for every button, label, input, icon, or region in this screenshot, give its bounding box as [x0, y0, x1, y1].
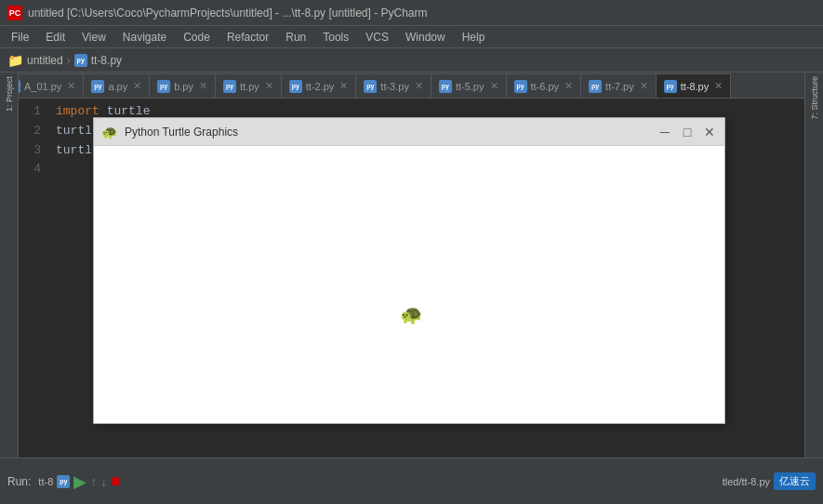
menu-edit[interactable]: Edit [38, 29, 73, 46]
tab-close-tt5[interactable]: ✕ [490, 80, 498, 92]
turtle-title-bar: 🐢 Python Turtle Graphics ─ □ ✕ [94, 118, 724, 146]
run-label: Run: [7, 475, 31, 488]
left-sidebar: 1: Project [0, 73, 19, 458]
tab-icon-tt2: py [289, 80, 302, 93]
title-bar-text: untitled [C:\Users\Coco\PycharmProjects\… [28, 7, 816, 20]
run-py-icon: py [57, 475, 70, 488]
tab-icon-tt6: py [514, 80, 527, 93]
menu-run[interactable]: Run [278, 29, 313, 46]
module-turtle: turtle [107, 104, 151, 118]
turtle-close-button[interactable]: ✕ [702, 125, 717, 139]
tab-icon-tt5: py [439, 80, 452, 93]
turtle-maximize-button[interactable]: □ [680, 125, 695, 139]
tabs-bar: py A_01.py ✕ py a.py ✕ py b.py ✕ py tt.p… [0, 73, 823, 99]
menu-bar: File Edit View Navigate Code Refactor Ru… [0, 26, 823, 48]
breadcrumb-file[interactable]: tt-8.py [91, 54, 122, 67]
bottom-bar: Run: tt-8 py ▶ ↑ ↓ ■ tled/tt-8.py 亿速云 [0, 458, 823, 504]
tab-close-tt3[interactable]: ✕ [415, 80, 423, 92]
breadcrumb-file-icon: py [74, 54, 87, 67]
menu-tools[interactable]: Tools [315, 29, 356, 46]
project-sidebar-label[interactable]: 1: Project [5, 76, 14, 112]
run-play-icon[interactable]: ▶ [73, 471, 86, 492]
tab-label-b: b.py [174, 81, 193, 92]
editor-area: 1 2 3 4 import turtle turtle.shape("turt… [19, 99, 804, 458]
tab-label-tt3: tt-3.py [380, 81, 409, 92]
tab-icon-tt7: py [589, 80, 602, 93]
menu-code[interactable]: Code [176, 29, 218, 46]
tab-icon-b: py [157, 80, 170, 93]
turtle-canvas[interactable]: 🐢 [94, 146, 724, 423]
tab-close-tt6[interactable]: ✕ [564, 80, 573, 92]
menu-refactor[interactable]: Refactor [219, 29, 276, 46]
tab-label-tt7: tt-7.py [605, 81, 634, 92]
line-num-1: 1 [22, 102, 41, 122]
turtle-dialog-icon: 🐢 [101, 125, 117, 139]
tab-icon-tt3: py [364, 80, 377, 93]
menu-file[interactable]: File [4, 29, 36, 46]
menu-view[interactable]: View [74, 29, 113, 46]
tab-icon-a: py [91, 80, 104, 93]
tab-tt2[interactable]: py tt-2.py ✕ [282, 73, 357, 98]
run-stop-icon[interactable]: ■ [111, 471, 121, 491]
tab-label-tt: tt.py [240, 81, 259, 92]
menu-window[interactable]: Window [398, 29, 453, 46]
folder-icon: 📁 [7, 53, 23, 68]
tab-icon-tt: py [223, 80, 236, 93]
tab-tt3[interactable]: py tt-3.py ✕ [356, 73, 431, 98]
yiyun-badge: 亿速云 [774, 472, 816, 490]
structure-sidebar-label[interactable]: 7: Structure [810, 76, 819, 120]
tab-tt7[interactable]: py tt-7.py ✕ [581, 73, 657, 98]
menu-navigate[interactable]: Navigate [115, 29, 174, 46]
tab-tt6[interactable]: py tt-6.py ✕ [507, 73, 582, 98]
tab-label-tt2: tt-2.py [306, 81, 335, 92]
tab-tt8[interactable]: py tt-8.py ✕ [657, 73, 732, 98]
tab-close-A_01[interactable]: ✕ [67, 80, 75, 92]
tab-label-tt6: tt-6.py [531, 81, 560, 92]
tab-close-a[interactable]: ✕ [133, 80, 141, 92]
run-name: tt-8 [38, 476, 53, 487]
tab-close-tt2[interactable]: ✕ [339, 80, 348, 92]
run-down-icon[interactable]: ↓ [100, 474, 107, 489]
tab-tt5[interactable]: py tt-5.py ✕ [431, 73, 507, 98]
menu-vcs[interactable]: VCS [358, 29, 396, 46]
tab-label-A_01: A_01.py [24, 81, 61, 92]
breadcrumb-folder[interactable]: untitled [27, 54, 63, 67]
tab-b[interactable]: py b.py ✕ [150, 73, 216, 98]
right-sidebar: 7: Structure [804, 73, 823, 458]
turtle-minimize-button[interactable]: ─ [657, 125, 672, 139]
line-num-3: 3 [22, 141, 41, 161]
tab-close-tt7[interactable]: ✕ [640, 80, 648, 92]
turtle-dialog-title: Python Turtle Graphics [125, 126, 650, 139]
line-numbers: 1 2 3 4 [19, 99, 48, 458]
line-num-4: 4 [22, 160, 41, 179]
run-up-icon[interactable]: ↑ [90, 474, 97, 489]
tab-tt[interactable]: py tt.py ✕ [216, 73, 282, 98]
tab-label-tt8: tt-8.py [681, 81, 710, 92]
tab-close-tt[interactable]: ✕ [265, 80, 273, 92]
tab-label-a: a.py [108, 81, 127, 92]
line-num-2: 2 [22, 122, 41, 141]
menu-help[interactable]: Help [455, 29, 493, 46]
tab-close-b[interactable]: ✕ [199, 80, 207, 92]
file-path-status: tled/tt-8.py [723, 476, 770, 487]
tab-label-tt5: tt-5.py [456, 81, 485, 92]
breadcrumb-separator: › [67, 54, 71, 67]
app-icon: PC [7, 6, 22, 20]
keyword-import: import [56, 104, 100, 118]
tab-a[interactable]: py a.py ✕ [84, 73, 150, 98]
tab-icon-tt8: py [664, 80, 677, 93]
breadcrumb: 📁 untitled › py tt-8.py [0, 48, 823, 73]
turtle-sprite: 🐢 [400, 303, 423, 325]
turtle-dialog: 🐢 Python Turtle Graphics ─ □ ✕ 🐢 [93, 117, 725, 424]
tab-close-tt8[interactable]: ✕ [714, 80, 723, 92]
title-bar: PC untitled [C:\Users\Coco\PycharmProjec… [0, 0, 823, 26]
